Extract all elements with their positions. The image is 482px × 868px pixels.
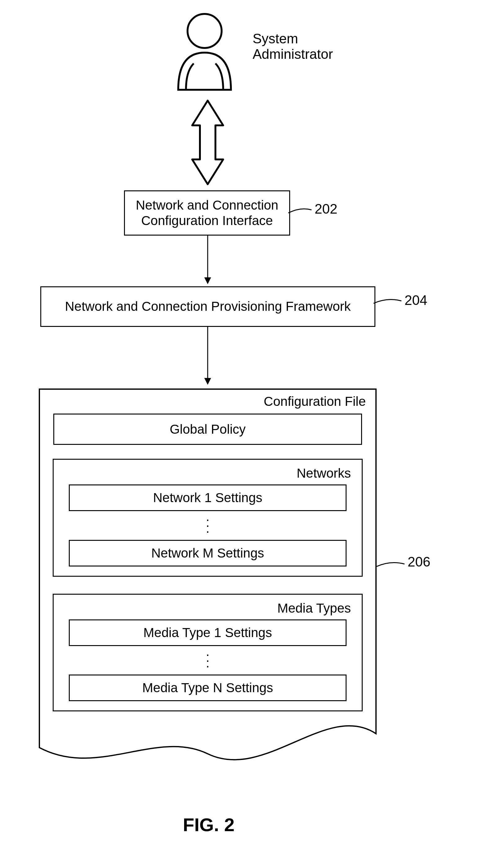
network-first-box: Network 1 Settings: [69, 485, 346, 511]
double-arrow-icon: [186, 99, 229, 186]
callout-line-204: [373, 297, 403, 310]
ref-202: 202: [315, 201, 337, 217]
media-last-box: Media Type N Settings: [69, 675, 346, 701]
figure-label: FIG. 2: [183, 814, 235, 836]
network-last-box: Network M Settings: [69, 540, 346, 566]
ref-206: 206: [407, 554, 430, 569]
vertical-ellipsis-icon: ···: [63, 511, 352, 540]
actor-label: System Administrator: [253, 31, 333, 62]
config-interface-box: Network and Connection Configuration Int…: [124, 190, 290, 236]
media-first-box: Media Type 1 Settings: [69, 619, 346, 646]
config-file-label: Configuration File: [39, 389, 377, 412]
networks-group: Networks Network 1 Settings ··· Network …: [53, 459, 363, 577]
svg-point-0: [188, 14, 222, 48]
media-types-group: Media Types Media Type 1 Settings ··· Me…: [53, 594, 363, 712]
vertical-ellipsis-icon: ···: [63, 646, 352, 675]
actor-icon: [167, 9, 242, 96]
diagram-canvas: System Administrator Network and Connect…: [0, 0, 482, 868]
arrow-down-icon: [203, 235, 212, 285]
media-title: Media Types: [63, 601, 352, 619]
callout-line-202: [288, 207, 313, 219]
callout-line-206: [377, 560, 406, 573]
provisioning-framework-box: Network and Connection Provisioning Fram…: [40, 286, 375, 327]
ref-204: 204: [404, 292, 427, 308]
svg-marker-2: [204, 277, 211, 284]
svg-marker-4: [204, 378, 211, 385]
global-policy-box: Global Policy: [53, 413, 362, 445]
arrow-down-icon: [203, 327, 212, 385]
config-file-content: Configuration File Global Policy Network…: [39, 389, 377, 711]
networks-title: Networks: [63, 466, 352, 485]
